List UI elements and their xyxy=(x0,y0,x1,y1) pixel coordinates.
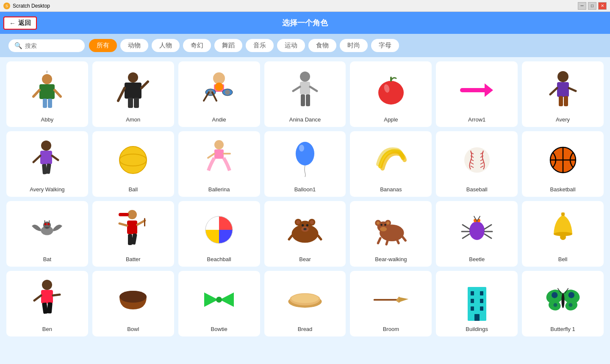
sprite-card-apple[interactable]: Apple xyxy=(350,61,432,127)
category-btn-letters[interactable]: 字母 xyxy=(371,39,399,52)
svg-line-97 xyxy=(402,237,405,240)
sprite-card-abby[interactable]: ♀ Abby xyxy=(6,61,88,127)
search-input-wrap[interactable]: 🔍 xyxy=(8,39,85,52)
sprite-image-batter xyxy=(114,206,152,254)
sprite-card-basketball[interactable]: Basketball xyxy=(522,131,604,197)
svg-point-82 xyxy=(303,228,306,230)
back-arrow-icon: ← xyxy=(9,19,16,27)
sprite-image-baseball xyxy=(458,136,496,184)
sprite-card-ball[interactable]: Ball xyxy=(92,131,174,197)
sprite-card-beetle[interactable]: Beetle xyxy=(436,201,518,267)
sprite-card-bell[interactable]: Bell xyxy=(522,201,604,267)
svg-point-144 xyxy=(561,293,564,308)
svg-rect-30 xyxy=(390,77,392,82)
sprite-name-buildings: Buildings xyxy=(466,326,488,332)
svg-line-36 xyxy=(569,88,576,91)
svg-line-104 xyxy=(463,234,469,238)
sprite-name-bowl: Bowl xyxy=(127,326,139,332)
app-icon: S xyxy=(3,3,10,9)
window-controls[interactable]: ─ □ ✕ xyxy=(578,2,607,10)
svg-point-52 xyxy=(296,142,314,165)
sprite-card-avery-walking[interactable]: Avery Walking xyxy=(6,131,88,197)
svg-line-102 xyxy=(463,225,469,229)
sprite-card-anina-dance[interactable]: Anina Dance xyxy=(264,61,346,127)
close-button[interactable]: ✕ xyxy=(598,2,607,10)
svg-rect-4 xyxy=(43,99,47,108)
maximize-button[interactable]: □ xyxy=(588,2,596,10)
svg-point-33 xyxy=(557,71,568,82)
sprite-image-beetle xyxy=(458,206,496,254)
svg-line-115 xyxy=(34,295,41,301)
sprite-card-bowtie[interactable]: Bowtie xyxy=(178,271,260,336)
sprite-card-andie[interactable]: Andie xyxy=(178,61,260,127)
sprite-name-avery: Avery xyxy=(556,116,570,123)
search-input[interactable] xyxy=(25,42,80,49)
sprite-name-bell: Bell xyxy=(558,256,568,262)
svg-point-81 xyxy=(306,224,308,226)
sprite-card-bear[interactable]: Bear xyxy=(264,201,346,267)
svg-point-90 xyxy=(386,221,389,224)
sprite-card-baseball[interactable]: Baseball xyxy=(436,131,518,197)
category-btn-music[interactable]: 音乐 xyxy=(246,39,274,52)
category-btn-food[interactable]: 食物 xyxy=(308,39,336,52)
sprite-image-bread xyxy=(286,276,324,323)
category-btn-dance[interactable]: 舞蹈 xyxy=(214,39,242,52)
sprite-image-amon xyxy=(114,66,152,114)
svg-point-89 xyxy=(377,221,380,224)
sprite-image-buildings xyxy=(458,276,496,323)
svg-rect-49 xyxy=(214,149,224,159)
sprite-name-basketball: Basketball xyxy=(550,186,576,193)
category-btn-fashion[interactable]: 时尚 xyxy=(340,39,368,52)
sprite-name-butterfly1: Butterfly 1 xyxy=(550,326,575,332)
category-btn-sports[interactable]: 运动 xyxy=(277,39,305,52)
sprite-card-bowl[interactable]: Bowl xyxy=(92,271,174,336)
svg-rect-26 xyxy=(301,94,305,106)
svg-rect-68 xyxy=(144,218,145,226)
sprite-card-broom[interactable]: Broom xyxy=(350,271,432,336)
sprite-card-amon[interactable]: Amon xyxy=(92,61,174,127)
sprite-card-bat[interactable]: Bat xyxy=(6,201,88,267)
sprite-name-bat: Bat xyxy=(43,256,52,262)
category-btn-all[interactable]: 所有 xyxy=(89,39,117,52)
svg-point-78 xyxy=(310,221,314,224)
sprite-card-butterfly1[interactable]: Butterfly 1 xyxy=(522,271,604,336)
category-btn-animals[interactable]: 动物 xyxy=(120,39,148,52)
svg-line-10 xyxy=(141,82,148,88)
sprite-card-avery[interactable]: Avery xyxy=(522,61,604,127)
sprite-name-baseball: Baseball xyxy=(466,186,488,193)
sprite-card-bread[interactable]: Bread xyxy=(264,271,346,336)
sprite-card-bananas[interactable]: Bananas xyxy=(350,131,432,197)
back-label: 返回 xyxy=(18,19,31,27)
sprite-card-bear-walking[interactable]: Bear-walking xyxy=(350,201,432,267)
svg-point-54 xyxy=(464,147,490,173)
category-btn-fantasy[interactable]: 奇幻 xyxy=(183,39,211,52)
sprite-name-amon: Amon xyxy=(126,116,140,123)
svg-rect-118 xyxy=(47,302,53,314)
svg-rect-27 xyxy=(306,94,310,106)
svg-rect-7 xyxy=(128,72,138,83)
sprite-container[interactable]: ♀ Abby Amon Andie Anina Dance xyxy=(0,57,610,364)
back-button[interactable]: ← 返回 xyxy=(3,17,37,30)
svg-rect-0 xyxy=(42,74,52,84)
svg-line-105 xyxy=(485,225,491,229)
sprite-card-ben[interactable]: Ben xyxy=(6,271,88,336)
category-btn-people[interactable]: 人物 xyxy=(152,39,180,52)
sprite-card-batter[interactable]: Batter xyxy=(92,201,174,267)
sprite-name-andie: Andie xyxy=(212,116,226,123)
sprite-card-beachball[interactable]: Beachball xyxy=(178,201,260,267)
svg-rect-38 xyxy=(564,96,568,106)
title-bar: S Scratch Desktop ─ □ ✕ xyxy=(0,0,610,12)
svg-point-92 xyxy=(380,224,383,226)
svg-line-84 xyxy=(318,236,321,240)
svg-line-41 xyxy=(33,156,40,162)
svg-text:♀: ♀ xyxy=(46,69,49,74)
sprite-card-balloon1[interactable]: Balloon1 xyxy=(264,131,346,197)
category-filters: 所有动物人物奇幻舞蹈音乐运动食物时尚字母 xyxy=(89,39,399,52)
sprite-name-balloon1: Balloon1 xyxy=(294,186,316,193)
minimize-button[interactable]: ─ xyxy=(578,2,586,10)
sprite-card-buildings[interactable]: Buildings xyxy=(436,271,518,336)
sprite-card-arrow1[interactable]: Arrow1 xyxy=(436,61,518,127)
svg-point-22 xyxy=(300,72,310,82)
sprite-name-bear: Bear xyxy=(299,256,311,262)
sprite-card-ballerina[interactable]: Ballerina xyxy=(178,131,260,197)
